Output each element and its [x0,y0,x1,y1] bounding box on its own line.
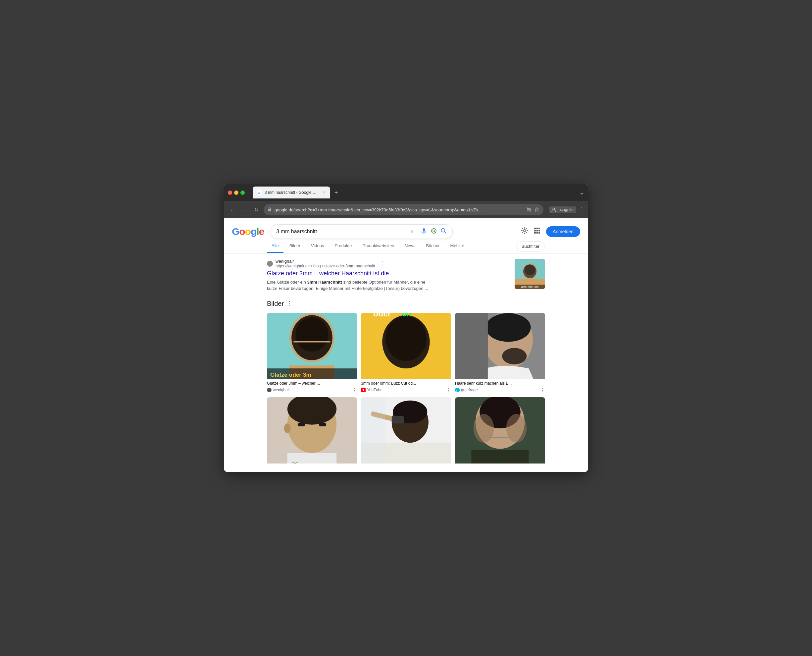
result-url: https://wenighair.de › blog › glatze-ode… [276,264,375,268]
tab-videos[interactable]: Videos [306,239,329,253]
tab-bilder[interactable]: Bilder [285,239,305,253]
svg-text:m: m [364,313,372,318]
settings-icon[interactable] [521,227,528,236]
apps-grid-icon[interactable] [534,227,541,236]
search-input[interactable] [276,229,407,235]
search-bar[interactable]: × [270,224,453,239]
image-card-1[interactable]: Glatze oder 3m Glatze oder 3mm – welcher… [267,313,357,393]
image-caption-4 [267,464,357,466]
svg-point-72 [474,414,494,442]
image-thumb-6 [455,397,545,464]
camera-off-icon [526,207,531,213]
image-caption-6 [455,464,545,466]
search-submit-button[interactable] [440,227,447,236]
tab-news[interactable]: News [400,239,420,253]
result-thumbnail[interactable]: atze oder 3m [515,259,545,289]
svg-rect-74 [471,450,528,464]
section-header: Bilder ⋮ [267,300,545,308]
header-right: Anmelden [521,226,580,237]
results-area: wenighair https://wenighair.de › blog › … [224,254,588,472]
source-name-1: wenighair [273,388,350,392]
result-text-col: wenighair https://wenighair.de › blog › … [267,259,509,292]
close-window-button[interactable] [228,190,232,195]
svg-rect-18 [536,227,538,229]
svg-rect-22 [539,230,540,232]
svg-point-50 [486,313,531,342]
logo-o2: o [245,226,251,237]
browser-menu-icon[interactable]: ⋮ [578,206,584,214]
source-menu-3[interactable]: ⋮ [540,387,545,393]
minimize-window-button[interactable] [234,190,238,195]
source-menu-2[interactable]: ⋮ [446,387,451,393]
new-tab-button[interactable]: + [332,188,341,197]
svg-rect-68 [361,397,386,464]
svg-rect-21 [536,230,538,232]
tab-close-button[interactable]: × [321,190,326,195]
google-lens-icon[interactable] [431,227,437,235]
image-card-4[interactable]: OG [267,397,357,467]
address-right: Incognito ⋮ [549,206,584,214]
google-logo[interactable]: Google [232,226,264,237]
svg-point-30 [525,265,535,275]
svg-rect-59 [319,423,326,426]
svg-rect-20 [534,230,536,232]
result-options-icon[interactable]: ⋮ [379,260,385,268]
image-card-3[interactable]: Haare sehr kurz machen als B... gf gutef… [455,313,545,393]
svg-point-12 [433,230,435,232]
search-clear-button[interactable]: × [410,228,414,235]
active-tab[interactable]: G 3 mm haarschnitt - Google S... × [253,187,330,198]
signin-button[interactable]: Anmelden [546,226,580,237]
logo-e: e [259,226,264,237]
first-result: wenighair https://wenighair.de › blog › … [267,259,545,292]
svg-rect-8 [423,228,425,232]
svg-rect-58 [298,423,305,426]
section-options-icon[interactable]: ⋮ [286,300,292,307]
logo-g2: g [251,226,256,237]
tab-produktwebsites[interactable]: Produktwebsites [358,239,399,253]
source-name-2: YouTube [367,388,445,392]
svg-point-16 [523,230,526,232]
image-thumb-4: OG [267,397,357,464]
svg-line-15 [445,232,446,233]
source-name-3: gutefrage [461,388,539,392]
star-icon[interactable] [534,207,539,213]
result-favicon-icon [267,261,273,267]
refresh-button[interactable]: ↻ [252,205,261,214]
result-domain: wenighair [276,259,375,264]
window-chevron-icon[interactable]: ⌄ [579,189,584,196]
svg-rect-24 [536,232,538,234]
url-bar[interactable]: google.de/search?q=3+mm+haarschnitt&sca_… [264,204,543,215]
tab-alle[interactable]: Alle [267,239,284,253]
result-snippet: Eine Glatze oder ein 3mm Haarschnitt sin… [267,279,432,292]
search-divider [417,227,417,235]
forward-button[interactable]: → [240,205,249,214]
search-filter-button[interactable]: Suchfilter [516,241,545,251]
svg-text:gf: gf [456,389,458,391]
svg-point-73 [506,414,527,442]
thumb-overlay-text: atze oder 3m [515,285,545,289]
result-title-link[interactable]: Glatze oder 3mm – welcher Haarschnitt is… [267,270,395,277]
image-card-6[interactable] [455,397,545,467]
url-icons [526,207,539,213]
image-thumb-2: m oder 0n [361,313,451,379]
image-thumb-3 [455,313,545,379]
incognito-label: Incognito [557,207,574,212]
source-favicon-3: gf [455,388,460,392]
svg-point-51 [502,348,526,364]
images-grid: Glatze oder 3m Glatze oder 3mm – welcher… [267,313,545,467]
traffic-lights [228,190,245,195]
result-domain-info: wenighair https://wenighair.de › blog › … [276,259,375,268]
back-button[interactable]: ← [228,205,237,214]
tab-buecher[interactable]: Bücher [421,239,444,253]
result-source-row: wenighair https://wenighair.de › blog › … [267,259,509,268]
search-microphone-icon[interactable] [421,227,427,236]
lock-icon [267,207,272,212]
tab-mehr[interactable]: Mehr ▾ [446,239,468,253]
image-card-5[interactable] [361,397,451,467]
source-menu-1[interactable]: ⋮ [352,387,357,393]
fullscreen-window-button[interactable] [241,190,245,195]
image-source-row-1: wenighair ⋮ [267,387,357,393]
image-caption-2: 3mm oder 0mm: Buzz Cut od... [361,379,451,386]
tab-produkte[interactable]: Produkte [330,239,356,253]
image-card-2[interactable]: m oder 0n 3mm oder 0mm: Buzz Cut od... Y… [361,313,451,393]
